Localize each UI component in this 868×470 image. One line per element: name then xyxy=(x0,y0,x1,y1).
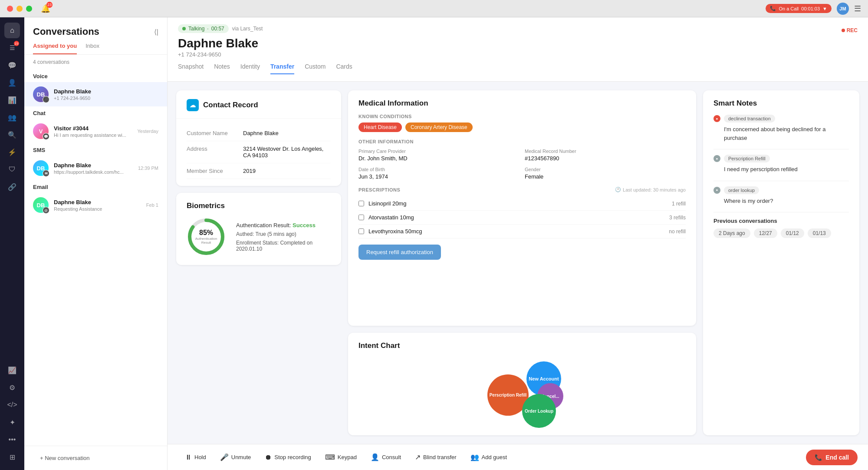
rec-dot xyxy=(842,29,845,32)
note-item-1: ● declined transaction I'm concerned abo… xyxy=(713,115,849,142)
consult-button[interactable]: 👤 Consult xyxy=(364,444,408,470)
prescription-checkbox-3[interactable] xyxy=(358,228,364,234)
info-block-gender: Gender Female xyxy=(525,167,686,180)
assigned-to-you-tab[interactable]: Assigned to you xyxy=(33,43,77,54)
keypad-button[interactable]: ⌨ Keypad xyxy=(318,444,364,470)
nav-automations-icon[interactable]: ⚡ xyxy=(4,144,20,160)
prev-conv-date-1[interactable]: 12/27 xyxy=(754,228,777,238)
chat-conv-time: Yesterday xyxy=(137,129,158,134)
contact-row: Address 3214 Westover Dr. Los Angeles, C… xyxy=(187,141,331,163)
tab-cards[interactable]: Cards xyxy=(336,63,352,74)
via-text: via Lars_Test xyxy=(232,26,263,32)
bottom-toolbar: ⏸ Hold 🎤 Unmute ⏺ Stop recording ⌨ Keypa… xyxy=(168,444,868,470)
note-text-1: I'm concerned about being declined for a… xyxy=(713,125,849,142)
bio-percent: 85% xyxy=(195,229,217,237)
voice-conv-preview: +1 724-234-9650 xyxy=(54,96,158,101)
chat-section-label: Chat xyxy=(24,106,167,119)
nav-analytics-icon[interactable]: 📊 xyxy=(4,92,20,108)
tab-custom[interactable]: Custom xyxy=(305,63,326,74)
prev-conv-dates: 2 Days ago 12/27 01/12 01/13 xyxy=(713,228,849,238)
notification-badge: 23 xyxy=(46,2,53,8)
nav-team-icon[interactable]: 👥 xyxy=(4,109,20,125)
unmute-button[interactable]: 🎤 Unmute xyxy=(213,444,258,470)
prescription-checkbox-1[interactable] xyxy=(358,201,364,206)
nav-code-icon[interactable]: </> xyxy=(4,397,20,413)
note-dot-1: ● xyxy=(713,115,720,122)
bio-authed: Authed: True (5 mins ago) xyxy=(236,231,331,237)
blind-transfer-button[interactable]: ↗ Blind transfer xyxy=(408,444,464,470)
prev-conv-date-0[interactable]: 2 Days ago xyxy=(713,228,750,238)
end-call-icon: 📞 xyxy=(815,454,822,461)
bio-gauge: 85% AuthenticationResult xyxy=(187,217,226,256)
sms-conv-item[interactable]: DB ✉ Daphne Blake https://support.talkde… xyxy=(24,156,167,180)
prev-conv-label: Previous conversations xyxy=(713,218,849,224)
nav-reports-icon[interactable]: 📈 xyxy=(4,362,20,378)
intent-chart-card: Intent Chart New Account Perscription Re… xyxy=(348,333,696,435)
title-bar: 🔔 23 📞 On a Call 00:01:03 ▼ JM ☰ xyxy=(0,0,868,17)
tab-snapshot[interactable]: Snapshot xyxy=(178,63,204,74)
nav-integrations-icon[interactable]: 🔗 xyxy=(4,179,20,195)
email-conv-time: Feb 1 xyxy=(146,202,158,208)
chat-conv-item[interactable]: V 💬 Visitor #3044 Hi I am requesting ass… xyxy=(24,119,167,143)
tab-transfer[interactable]: Transfer xyxy=(270,63,294,74)
sms-conv-name: Daphne Blake xyxy=(54,162,133,169)
email-conv-item[interactable]: DB @ Daphne Blake Requesting Assistance … xyxy=(24,193,167,217)
request-refill-button[interactable]: Request refill authorization xyxy=(358,245,441,260)
unmute-icon: 🎤 xyxy=(220,453,229,461)
new-conversation-button[interactable]: + New conversation xyxy=(33,451,158,465)
notification-bell[interactable]: 🔔 23 xyxy=(41,4,50,13)
hold-button[interactable]: ⏸ Hold xyxy=(178,444,213,470)
note-item-3: ● order lookup Where is my order? xyxy=(713,186,849,205)
voice-avatar: DB 📞 xyxy=(33,86,49,102)
prescription-row-1: Lisinopril 20mg 1 refill xyxy=(358,197,686,211)
prescriptions-label: PRESCRIPTIONS xyxy=(358,187,400,192)
maximize-button[interactable] xyxy=(26,6,32,12)
known-conditions-label: KNOWN CONDITIONS xyxy=(358,114,686,119)
nav-conversations-icon[interactable]: 💬 xyxy=(4,57,20,73)
collapse-sidebar-button[interactable]: ⟨| xyxy=(154,28,158,36)
end-call-button[interactable]: 📞 End call xyxy=(806,450,858,465)
tab-identity[interactable]: Identity xyxy=(240,63,260,74)
bio-result: Authentication Result: Success xyxy=(236,222,331,228)
nav-shield-icon[interactable]: 🛡 xyxy=(4,162,20,177)
nav-search-icon[interactable]: 🔍 xyxy=(4,127,20,142)
inbox-tab[interactable]: Inbox xyxy=(85,43,99,54)
nav-ai-icon[interactable]: ✦ xyxy=(4,414,20,430)
minimize-button[interactable] xyxy=(16,6,23,12)
menu-icon[interactable]: ☰ xyxy=(854,4,861,13)
note-tag-1: declined transaction xyxy=(724,115,775,122)
nav-settings-icon[interactable]: ⚙ xyxy=(4,380,20,395)
condition-tag-heart: Heart Disease xyxy=(358,122,402,132)
conditions-list: Heart Disease Coronary Artery Disease xyxy=(358,122,686,132)
medical-info-title: Medical Information xyxy=(358,99,686,108)
prev-conv-date-3[interactable]: 01/13 xyxy=(808,228,831,238)
close-button[interactable] xyxy=(7,6,13,12)
chat-conv-name: Visitor #3044 xyxy=(54,125,132,132)
voice-conv-item[interactable]: DB 📞 Daphne Blake +1 724-234-9650 xyxy=(24,82,167,106)
tab-notes[interactable]: Notes xyxy=(214,63,230,74)
note-text-3: Where is my order? xyxy=(713,197,849,205)
cards-container: ☁ Contact Record Customer Name Daphne Bl… xyxy=(168,82,868,444)
nav-home-icon[interactable]: ⌂ xyxy=(4,23,20,38)
nav-contacts-icon[interactable]: 👤 xyxy=(4,75,20,90)
add-guest-button[interactable]: 👥 Add guest xyxy=(464,444,514,470)
email-conv-preview: Requesting Assistance xyxy=(54,206,141,212)
note-tag-2: Perscription Refill xyxy=(724,155,770,162)
stop-recording-button[interactable]: ⏺ Stop recording xyxy=(258,444,318,470)
nav-misc-icon[interactable]: ••• xyxy=(4,432,20,447)
prev-conv-date-2[interactable]: 01/12 xyxy=(781,228,804,238)
thin-nav: ⌂ ☰ 23 💬 👤 📊 👥 🔍 ⚡ 🛡 🔗 📈 ⚙ </> ✦ ••• ⊞ xyxy=(0,17,24,470)
patient-name: Daphne Blake xyxy=(178,36,858,50)
email-avatar: DB @ xyxy=(33,197,49,213)
nav-notifications-icon[interactable]: ☰ 23 xyxy=(4,40,20,56)
nav-badge: 23 xyxy=(14,41,19,46)
note-dot-3: ● xyxy=(713,187,720,194)
user-avatar[interactable]: JM xyxy=(837,3,849,15)
condition-tag-coronary: Coronary Artery Disease xyxy=(405,122,473,132)
nav-grid-icon[interactable]: ⊞ xyxy=(4,449,20,465)
prescription-checkbox-2[interactable] xyxy=(358,215,364,220)
sms-section-label: SMS xyxy=(24,143,167,156)
conv-count: 4 conversations xyxy=(24,55,167,70)
chat-channel-icon: 💬 xyxy=(43,133,49,140)
email-section-label: Email xyxy=(24,180,167,193)
